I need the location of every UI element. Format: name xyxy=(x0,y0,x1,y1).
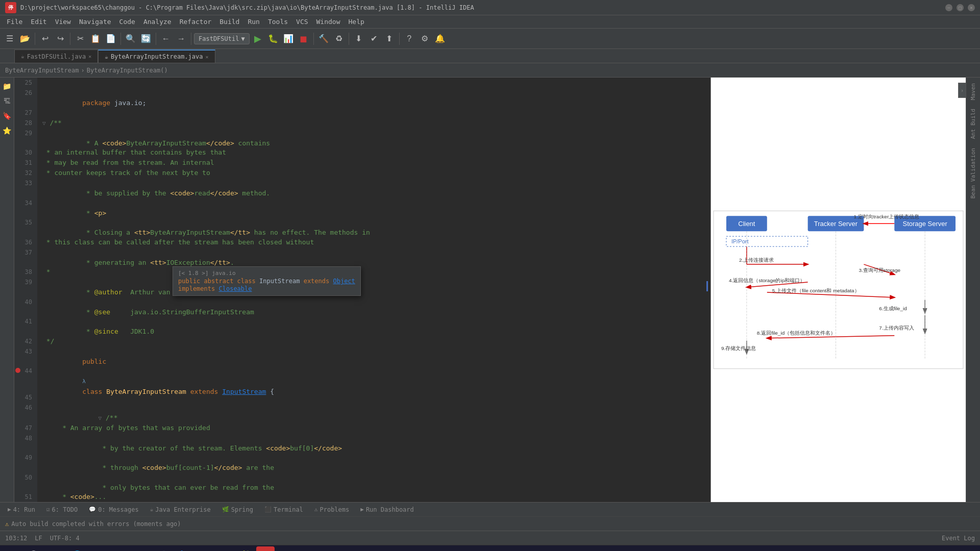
music-button[interactable]: 🎵 xyxy=(152,546,170,552)
toolbar-vcs-commit[interactable]: ✔ xyxy=(367,32,381,46)
code-line-32: 32 * counter keeps track of the next byt… xyxy=(14,168,710,178)
menu-vcs[interactable]: VCS xyxy=(292,17,312,27)
tab-fastdfsutil[interactable]: ☕ FastDFSUtil.java ✕ xyxy=(14,49,98,63)
toolbar-help[interactable]: ? xyxy=(402,32,416,46)
toolbar-undo[interactable]: ↩ xyxy=(38,32,52,46)
toolbar-project-view[interactable]: ☰ xyxy=(3,32,17,46)
stop-button[interactable]: ◼ xyxy=(297,32,311,46)
breadcrumb-method[interactable]: ByteArrayInputStream() xyxy=(87,67,168,74)
app4-button[interactable]: 🧩 xyxy=(235,546,254,552)
code-text: java.io; xyxy=(110,99,146,107)
breadcrumb-class[interactable]: ByteArrayInputStream xyxy=(5,67,79,74)
event-log-button[interactable]: Event Log xyxy=(942,535,975,542)
menu-tools[interactable]: Tools xyxy=(264,17,292,27)
bottom-tab-messages[interactable]: 💬 0: Messages xyxy=(84,505,143,515)
app3-button[interactable]: 🎮 xyxy=(214,546,233,552)
toolbar-replace[interactable]: 🔄 xyxy=(139,32,153,46)
sidebar-ant-label[interactable]: Ant Build xyxy=(968,106,978,142)
sidebar-structure-icon[interactable]: 🏗 xyxy=(2,95,13,107)
intellij-taskbar-button[interactable]: 停 xyxy=(256,546,275,552)
object-link[interactable]: Object xyxy=(333,278,355,285)
sidebar-project-icon[interactable]: 📁 xyxy=(1,80,13,92)
app2-button[interactable]: 📷 xyxy=(193,546,212,552)
minimize-button[interactable]: — xyxy=(945,4,952,11)
closeable-link[interactable]: Closeable xyxy=(218,285,252,292)
browser-button[interactable]: 🌐 xyxy=(68,546,86,552)
menu-window[interactable]: Window xyxy=(312,17,345,27)
bottom-tab-spring[interactable]: 🌿 Spring xyxy=(217,505,258,515)
warning-icon: ⚠ xyxy=(5,520,9,528)
run-button[interactable]: ▶ xyxy=(251,32,265,46)
status-encoding[interactable]: UTF-8: 4 xyxy=(50,535,80,542)
run-configuration-dropdown[interactable]: FastDFSUtil ▼ xyxy=(194,33,250,44)
menu-build[interactable]: Build xyxy=(215,17,243,27)
mail-button[interactable]: 📧 xyxy=(110,546,128,552)
bottom-tab-terminal[interactable]: ⬛ Terminal xyxy=(259,505,308,515)
code-lines[interactable]: 25 26 package java.io; 27 28 ▽ /** xyxy=(14,78,710,502)
menu-view[interactable]: View xyxy=(51,17,75,27)
line-content: * be supplied by the <code>read</code> m… xyxy=(37,178,270,198)
tab-bytearrayinputstream[interactable]: ☕ ByteArrayInputStream.java ✕ xyxy=(98,49,215,63)
close-button[interactable]: ✕ xyxy=(968,4,975,11)
status-line-ending[interactable]: LF xyxy=(35,535,42,542)
toolbar-rebuild[interactable]: ♻ xyxy=(332,32,346,46)
store-button[interactable]: 🛍 xyxy=(131,546,149,552)
toolbar-find[interactable]: 🔍 xyxy=(124,32,138,46)
search-button[interactable]: 🔍 xyxy=(26,546,44,552)
menu-analyze[interactable]: Analyze xyxy=(139,17,176,27)
toolbar-forward[interactable]: → xyxy=(174,32,188,46)
toolbar-vcs-push[interactable]: ⬆ xyxy=(382,32,397,46)
bottom-tab-java-enterprise[interactable]: ☕ Java Enterprise xyxy=(145,505,216,515)
sidebar-maven-label[interactable]: Maven xyxy=(968,80,978,103)
status-position[interactable]: 103:12 xyxy=(5,535,27,542)
line-content: * <p> xyxy=(37,198,106,218)
toolbar-paste[interactable]: 📄 xyxy=(104,32,118,46)
auto-build-bar: ⚠ Auto build completed with errors (mome… xyxy=(0,516,980,531)
menu-file[interactable]: File xyxy=(3,17,27,27)
menu-help[interactable]: Help xyxy=(345,17,369,27)
code-line-31: 31 * may be read from the stream. An int… xyxy=(14,158,710,168)
toolbar-vcs-update[interactable]: ⬇ xyxy=(352,32,366,46)
toolbar-build[interactable]: 🔨 xyxy=(316,32,331,46)
code-line-44: 44 λ class ByteArrayInputStream extends … xyxy=(14,366,710,392)
start-button[interactable]: ⊞ xyxy=(5,546,23,552)
toolbar-notifications[interactable]: 🔔 xyxy=(433,32,447,46)
menu-navigate[interactable]: Navigate xyxy=(75,17,115,27)
sidebar-favorites-icon[interactable]: ⭐ xyxy=(1,124,13,137)
tab-close-icon[interactable]: ✕ xyxy=(88,54,91,59)
run-with-coverage-button[interactable]: 📊 xyxy=(281,32,296,46)
toolbar-recent-files[interactable]: 📂 xyxy=(18,32,32,46)
line-number: 25 xyxy=(14,78,37,88)
bottom-tab-run-dashboard[interactable]: ▶ Run Dashboard xyxy=(355,505,419,515)
menu-run[interactable]: Run xyxy=(243,17,263,27)
tab-close-active-icon[interactable]: ✕ xyxy=(206,54,209,60)
toolbar-copy[interactable]: 📋 xyxy=(88,32,103,46)
menu-edit[interactable]: Edit xyxy=(27,17,51,27)
file-explorer-button[interactable]: 📁 xyxy=(89,546,107,552)
app1-button[interactable]: 🔷 xyxy=(173,546,191,552)
taskview-button[interactable]: ⊡ xyxy=(47,546,65,552)
code-line-27: 27 xyxy=(14,108,710,118)
messages-icon: 💬 xyxy=(89,506,96,513)
maximize-button[interactable]: □ xyxy=(957,4,964,11)
sidebar-bean-label[interactable]: Bean Validation xyxy=(968,145,978,202)
toolbar-back[interactable]: ← xyxy=(159,32,173,46)
todo-icon: ☑ xyxy=(46,506,50,513)
tab-label-active: ByteArrayInputStream.java xyxy=(111,53,203,60)
bottom-tab-problems[interactable]: ⚠ Problems xyxy=(309,505,354,515)
inputstream-link[interactable]: InputStream xyxy=(222,388,266,395)
menu-code[interactable]: Code xyxy=(115,17,139,27)
event-log-label: Event Log xyxy=(942,535,975,542)
toolbar-cut[interactable]: ✂ xyxy=(73,32,87,46)
toolbar-redo[interactable]: ↪ xyxy=(53,32,67,46)
bottom-tab-run[interactable]: ▶ 4: Run xyxy=(3,505,40,515)
bottom-tab-todo[interactable]: ☑ 6: TODO xyxy=(41,505,83,515)
sidebar-bookmarks-icon[interactable]: 🔖 xyxy=(1,110,13,122)
tooltip-popup: [< 1.8 >] java.io public abstract class … xyxy=(173,266,361,296)
menu-refactor[interactable]: Refactor xyxy=(176,17,216,27)
panel-collapse-button[interactable]: › xyxy=(958,83,966,98)
toolbar-settings[interactable]: ⚙ xyxy=(418,32,432,46)
debug-button[interactable]: 🐛 xyxy=(266,32,280,46)
line-content: * by the creator of the stream. Elements… xyxy=(37,433,342,453)
tooltip-line1: [< 1.8 >] java.io xyxy=(178,270,355,277)
